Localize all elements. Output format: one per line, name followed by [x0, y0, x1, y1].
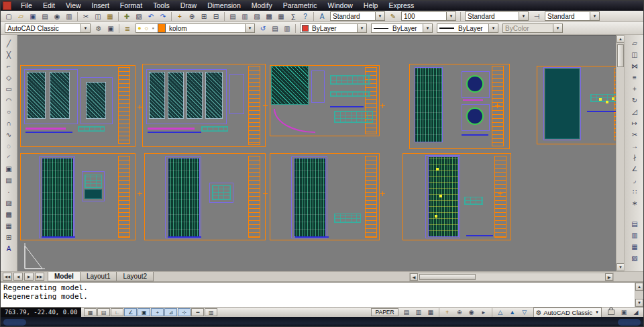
dyn-icon[interactable]: ⊹ — [178, 308, 191, 316]
quick-view-drawings-icon[interactable]: ▦ — [425, 308, 437, 317]
menu-tools[interactable]: Tools — [148, 1, 175, 11]
vertical-scroll-thumb[interactable] — [617, 44, 624, 67]
region-icon[interactable]: ▦ — [3, 220, 15, 232]
menu-insert[interactable]: Insert — [87, 1, 115, 11]
move-icon[interactable]: + — [629, 83, 641, 95]
lock-icon[interactable] — [608, 310, 614, 315]
menu-help[interactable]: Help — [358, 1, 384, 11]
quickcalc-icon[interactable]: ∑ — [287, 11, 299, 21]
menu-draw[interactable]: Draw — [175, 1, 203, 11]
copy-clip-icon[interactable]: ◫ — [92, 11, 104, 21]
annotation-visibility-icon[interactable]: ▲ — [506, 308, 519, 317]
save-icon[interactable]: ▣ — [27, 11, 39, 21]
revision-cloud-icon[interactable]: ∩ — [3, 118, 15, 129]
polyline-icon[interactable]: ⌐ — [3, 60, 15, 72]
rectangle-icon[interactable]: ▭ — [3, 83, 15, 95]
annotation-scale-icon[interactable]: ✎ — [387, 11, 399, 21]
menu-window[interactable]: Window — [322, 1, 358, 11]
app-icon[interactable] — [3, 1, 11, 10]
rotate-icon[interactable]: ↻ — [629, 95, 641, 106]
text-style-combo[interactable]: Standard ▼ — [330, 11, 385, 21]
linetype-combo[interactable]: ByLayer ▼ — [371, 24, 433, 33]
explode-icon[interactable]: ∗ — [629, 197, 641, 209]
circle-icon[interactable]: ○ — [3, 106, 15, 118]
hatch-icon[interactable]: ▨ — [3, 197, 15, 209]
layer-properties-icon[interactable]: ≣ — [121, 23, 133, 34]
offset-icon[interactable]: ≡ — [629, 72, 641, 83]
tab-model[interactable]: Model — [48, 272, 80, 281]
fillet-icon[interactable]: ◞ — [629, 175, 641, 186]
chamfer-icon[interactable]: ∠ — [629, 163, 641, 175]
osnap-icon[interactable]: ▣ — [138, 308, 150, 316]
menu-express[interactable]: Express — [383, 1, 419, 11]
layer-previous-icon[interactable]: ↺ — [257, 23, 269, 34]
menu-parametric[interactable]: Parametric — [278, 1, 323, 11]
markup-set-manager-icon[interactable]: ▦ — [275, 11, 287, 21]
menu-edit[interactable]: Edit — [38, 1, 60, 11]
layer-on-icon[interactable]: ● — [136, 24, 143, 32]
table-icon[interactable]: ⊞ — [3, 232, 15, 243]
point-icon[interactable]: ∙ — [3, 186, 15, 197]
make-block-icon[interactable]: ▤ — [3, 175, 15, 186]
status-pan-icon[interactable]: + — [441, 308, 453, 317]
grid-icon[interactable]: ▤ — [97, 308, 110, 316]
layer-off-tool-icon[interactable]: ▦ — [629, 241, 641, 252]
ellipse-arc-icon[interactable]: ◜ — [3, 152, 15, 163]
paste-icon[interactable]: ▦ — [104, 11, 116, 21]
qp-icon[interactable]: ▥ — [205, 308, 217, 316]
menu-view[interactable]: View — [60, 1, 87, 11]
layer-lock-tool-icon[interactable]: ▧ — [629, 252, 641, 264]
chevron-down-icon[interactable]: ▼ — [590, 12, 599, 20]
cut-icon[interactable]: ✂ — [80, 11, 92, 21]
trim-icon[interactable]: ✂ — [629, 129, 641, 140]
lineweight-combo[interactable]: ByLayer ▼ — [437, 24, 498, 33]
tab-nav--[interactable]: ▶▶ — [35, 273, 44, 281]
show-motion-icon[interactable]: ▸ — [478, 308, 490, 317]
menu-file[interactable]: File — [15, 1, 38, 11]
layer-isolate-icon[interactable]: ▥ — [281, 23, 293, 34]
layer-thaw-icon[interactable]: ☼ — [143, 24, 150, 32]
chevron-down-icon[interactable]: ▼ — [357, 24, 366, 32]
zoom-window-icon[interactable]: ⊞ — [198, 11, 210, 21]
snap-icon[interactable]: ▦ — [84, 308, 97, 316]
designcenter-icon[interactable]: ▥ — [239, 11, 251, 21]
model-space-icon[interactable]: ▤ — [400, 308, 413, 317]
tab-nav--[interactable]: ◀ — [13, 273, 23, 281]
ortho-icon[interactable]: ∟ — [111, 308, 123, 316]
array-icon[interactable]: ∷ — [629, 186, 641, 197]
auto-annotation-icon[interactable]: ▽ — [519, 308, 531, 317]
command-scrollbar[interactable]: ▲ ▼ — [635, 283, 643, 307]
layer-states-manager-icon[interactable]: ▤ — [269, 23, 281, 34]
lwt-icon[interactable]: ━ — [191, 308, 204, 316]
erase-icon[interactable]: ▱ — [629, 38, 641, 49]
scroll-right-icon[interactable]: ▶ — [605, 273, 613, 281]
command-history[interactable]: Regenerating model.Regenerating model. — [1, 283, 635, 307]
dim-style-combo[interactable]: Standard ▼ — [465, 11, 529, 21]
chevron-down-icon[interactable]: ▼ — [80, 24, 90, 32]
menu-format[interactable]: Format — [115, 1, 148, 11]
quick-view-layouts-icon[interactable]: ▥ — [413, 308, 425, 317]
color-combo[interactable]: ByLayer ▼ — [300, 24, 367, 33]
properties-icon[interactable]: ▤ — [227, 11, 239, 21]
layer-color-chip-icon[interactable] — [158, 24, 166, 33]
stretch-icon[interactable]: ↦ — [629, 118, 641, 129]
otrack-icon[interactable]: + — [151, 308, 164, 316]
line-icon[interactable]: ╱ — [3, 38, 15, 49]
drawing-canvas[interactable] — [17, 35, 616, 272]
save-workspace-icon[interactable]: ▣ — [105, 23, 117, 34]
pan-icon[interactable]: + — [174, 11, 186, 21]
table-style-combo[interactable]: Standard ▼ — [545, 11, 600, 21]
gradient-icon[interactable]: ▩ — [3, 209, 15, 220]
workspace-combo[interactable]: AutoCAD Classic ▼ — [5, 24, 91, 33]
text-style-icon[interactable]: A — [316, 11, 328, 21]
paper-space-button[interactable]: PAPER — [371, 308, 398, 316]
tab-layout1[interactable]: Layout1 — [80, 272, 117, 281]
help-icon[interactable]: ? — [299, 11, 311, 21]
clean-screen-icon[interactable]: ◢ — [630, 308, 642, 317]
chevron-down-icon[interactable]: ▼ — [423, 24, 432, 32]
chevron-down-icon[interactable]: ▼ — [488, 24, 498, 32]
scroll-left-icon[interactable]: ◀ — [410, 273, 418, 281]
ellipse-icon[interactable]: ◌ — [3, 140, 15, 152]
tool-palettes-icon[interactable]: ▨ — [251, 11, 263, 21]
undo-icon[interactable]: ↶ — [145, 11, 157, 21]
